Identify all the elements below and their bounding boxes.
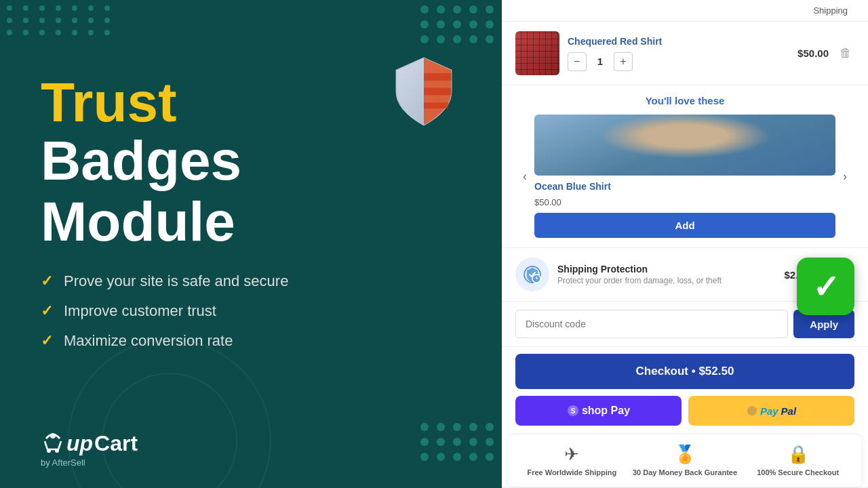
svg-rect-2: [424, 88, 452, 96]
cart-container: Shipping Chequered Red Shirt − 1 + $50.0…: [502, 0, 868, 487]
paypal-pp: Pay: [760, 405, 778, 417]
paypal-button[interactable]: PayPal: [688, 396, 854, 426]
protection-title: Shipping Protection: [557, 264, 776, 274]
qty-decrease-button[interactable]: −: [568, 52, 587, 71]
qty-controls: − 1 +: [568, 52, 789, 71]
trust-badges: ✈ Free Worldwide Shipping 🏅 30 Day Money…: [509, 434, 861, 487]
feature-text-2: Improve customer trust: [64, 302, 216, 320]
ocean-shirt-preview: [534, 115, 835, 176]
logo-icon: [41, 432, 65, 456]
remove-item-button[interactable]: 🗑: [837, 43, 854, 63]
product-name: Chequered Red Shirt: [568, 36, 789, 47]
protection-desc: Protect your order from damage, loss, or…: [557, 276, 776, 285]
features-list: ✓ Prove your site is safe and secure ✓ I…: [41, 272, 461, 350]
check-icon-1: ✓: [41, 272, 53, 290]
plane-icon: ✈: [564, 444, 579, 465]
product-row: Chequered Red Shirt − 1 + $50.00 🗑: [502, 22, 868, 85]
lock-icon: 🔒: [787, 444, 809, 465]
upsell-product-price: $50.00: [534, 197, 835, 207]
medal-icon: 🏅: [674, 444, 696, 465]
upsell-title: You'll love these: [515, 95, 854, 106]
carousel-prev-button[interactable]: ‹: [515, 167, 534, 186]
badge-shipping: ✈ Free Worldwide Shipping: [515, 444, 629, 477]
feature-3: ✓ Maximize conversion rate: [41, 332, 461, 350]
protection-info: Shipping Protection Protect your order f…: [557, 264, 776, 285]
feature-2: ✓ Improve customer trust: [41, 302, 461, 320]
qty-increase-button[interactable]: +: [614, 52, 633, 71]
cart-header: Shipping: [502, 0, 868, 22]
shoppay-icon: S: [567, 405, 579, 417]
qty-value: 1: [593, 56, 607, 67]
feature-text-1: Prove your site is safe and secure: [64, 272, 288, 290]
feature-1: ✓ Prove your site is safe and secure: [41, 272, 461, 290]
protection-icon: [515, 258, 549, 291]
carousel-next-button[interactable]: ›: [835, 167, 854, 186]
badge-shipping-text: Free Worldwide Shipping: [527, 468, 616, 477]
badge-secure: 🔒 100% Secure Checkout: [741, 444, 854, 477]
upsell-item: Ocean Blue Shirt $50.00 Add: [534, 115, 835, 238]
product-price: $50.00: [797, 47, 829, 59]
svg-text:S: S: [571, 407, 576, 415]
check-icon-3: ✓: [41, 332, 53, 350]
product-image: [515, 31, 559, 75]
checkout-button[interactable]: Checkout • $52.50: [515, 354, 854, 389]
right-panel: Shipping Chequered Red Shirt − 1 + $50.0…: [502, 0, 868, 488]
badge-secure-text: 100% Secure Checkout: [757, 468, 839, 477]
shoppay-label: shop Pay: [582, 405, 630, 417]
upsell-product-name: Ocean Blue Shirt: [534, 181, 835, 192]
logo-cart: Cart: [94, 431, 138, 456]
upsell-add-button[interactable]: Add: [534, 213, 835, 238]
payment-row: S shop Pay PayPal: [502, 396, 868, 434]
svg-point-13: [747, 406, 757, 415]
green-checkmark: ✓: [797, 258, 854, 315]
logo-by: by AfterSell: [41, 458, 138, 468]
shirt-pattern: [515, 31, 559, 75]
logo-up: up: [66, 431, 93, 456]
paypal-icon: [747, 405, 757, 416]
paypal-al: Pal: [781, 405, 797, 417]
shoppay-button[interactable]: S shop Pay: [515, 396, 682, 426]
left-panel: Trust Badges Module ✓ Prove your site is…: [0, 0, 502, 488]
shield-icon: [393, 54, 454, 131]
upsell-image: [534, 115, 835, 176]
check-icon-2: ✓: [41, 302, 53, 320]
discount-code-input[interactable]: [515, 310, 788, 338]
upsell-section: You'll love these ‹ Ocean Blue Shirt $50…: [502, 85, 868, 248]
badge-moneyback-text: 30 Day Money Back Gurantee: [633, 468, 737, 477]
svg-rect-3: [424, 102, 448, 108]
title-badges: Badges Module: [41, 130, 461, 252]
logo: up Cart by AfterSell: [41, 431, 138, 468]
product-info: Chequered Red Shirt − 1 +: [568, 36, 789, 71]
badge-moneyback: 🏅 30 Day Money Back Gurantee: [629, 444, 742, 477]
shipping-label: Shipping: [813, 5, 848, 16]
svg-rect-1: [424, 73, 452, 81]
upsell-carousel: ‹ Ocean Blue Shirt $50.00 Add ›: [515, 115, 854, 238]
